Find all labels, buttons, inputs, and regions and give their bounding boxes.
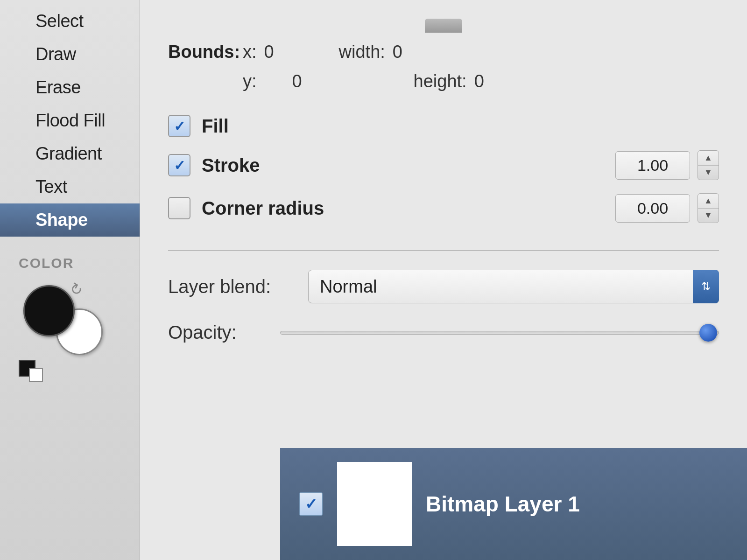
layer-blend-select[interactable]: Normal Multiply Screen Overlay Darken Li… — [308, 270, 719, 303]
sidebar-item-gradient[interactable]: Gradient — [0, 137, 140, 170]
layer-visibility-checkbox[interactable]: ✓ — [299, 492, 323, 516]
corner-radius-stepper-down[interactable]: ▼ — [698, 209, 719, 223]
corner-radius-row: Corner radius ▲ ▼ — [168, 193, 719, 223]
bounds-y-label: y: — [243, 71, 257, 91]
corner-radius-label: Corner radius — [202, 198, 324, 219]
sidebar-item-text[interactable]: Text — [0, 170, 140, 203]
stroke-label: Stroke — [202, 155, 260, 176]
stroke-checkmark-icon: ✓ — [174, 157, 185, 174]
opacity-slider-thumb — [699, 324, 717, 342]
layer-name-label: Bitmap Layer 1 — [426, 491, 580, 517]
sidebar-item-flood-fill[interactable]: Flood Fill — [0, 104, 140, 137]
bounds-row-1: Bounds: x: 0 width: 0 — [168, 42, 719, 62]
bounds-width-field: width: 0 — [339, 42, 411, 62]
opacity-row: Opacity: — [168, 322, 719, 343]
sidebar-item-shape[interactable]: Shape — [0, 203, 140, 237]
bounds-x-label: x: — [243, 42, 257, 62]
layer-panel: ✓ Bitmap Layer 1 — [280, 448, 747, 560]
sidebar: Select Draw Erase Flood Fill Gradient Te… — [0, 0, 140, 560]
layer-blend-label: Layer blend: — [168, 276, 289, 297]
corner-radius-input[interactable] — [615, 194, 690, 223]
stroke-stepper[interactable]: ▲ ▼ — [698, 150, 719, 180]
top-arrow-area — [168, 19, 719, 33]
sidebar-item-select[interactable]: Select — [0, 5, 140, 38]
sidebar-item-draw[interactable]: Draw — [0, 38, 140, 71]
layer-blend-select-wrapper: Normal Multiply Screen Overlay Darken Li… — [308, 270, 719, 303]
fill-checkbox[interactable]: ✓ — [168, 115, 190, 137]
opacity-label: Opacity: — [168, 322, 261, 343]
corner-radius-value-area: ▲ ▼ — [615, 193, 719, 223]
bounds-label: Bounds: — [168, 42, 243, 62]
bounds-x-value: 0 — [264, 42, 283, 62]
layer-visible-checkmark-icon: ✓ — [305, 495, 317, 513]
opacity-slider-wrapper — [280, 326, 719, 340]
fill-row: ✓ Fill — [168, 115, 719, 137]
stroke-row: ✓ Stroke ▲ ▼ — [168, 150, 719, 180]
corner-radius-stepper-up[interactable]: ▲ — [698, 194, 719, 209]
fill-label: Fill — [202, 116, 229, 137]
mini-background-swatch[interactable] — [29, 368, 43, 382]
foreground-color-swatch[interactable] — [23, 285, 75, 336]
sidebar-item-erase[interactable]: Erase — [0, 71, 140, 104]
bounds-height-label: height: — [414, 71, 467, 91]
layer-blend-row: Layer blend: Normal Multiply Screen Over… — [168, 270, 719, 303]
stroke-stepper-down[interactable]: ▼ — [698, 166, 719, 180]
corner-radius-checkbox[interactable] — [168, 197, 190, 219]
bounds-y-field: y: 0 — [243, 71, 311, 91]
bounds-height-value: 0 — [474, 71, 493, 91]
stroke-stepper-up[interactable]: ▲ — [698, 151, 719, 166]
bounds-width-value: 0 — [393, 42, 411, 62]
color-section: COLOR ↻ — [0, 241, 140, 374]
layer-thumbnail — [337, 462, 412, 546]
bounds-width-label: width: — [339, 42, 385, 62]
stroke-checkbox[interactable]: ✓ — [168, 154, 190, 176]
color-label: COLOR — [19, 255, 130, 271]
bounds-row-2: y: 0 height: 0 — [243, 71, 719, 91]
color-swatches: ↻ — [19, 280, 112, 364]
main-panel: Bounds: x: 0 width: 0 y: 0 height: 0 — [140, 0, 747, 371]
divider — [168, 250, 719, 251]
top-arrow-icon — [425, 19, 462, 33]
bounds-y-value: 0 — [292, 71, 311, 91]
bounds-height-field: height: 0 — [414, 71, 493, 91]
bounds-section: Bounds: x: 0 width: 0 y: 0 height: 0 — [168, 42, 719, 110]
fill-checkmark-icon: ✓ — [174, 118, 185, 134]
bounds-x-field: x: 0 — [243, 42, 283, 62]
corner-radius-stepper[interactable]: ▲ ▼ — [698, 193, 719, 223]
stroke-value-input[interactable] — [615, 151, 690, 180]
stroke-value-area: ▲ ▼ — [615, 150, 719, 180]
